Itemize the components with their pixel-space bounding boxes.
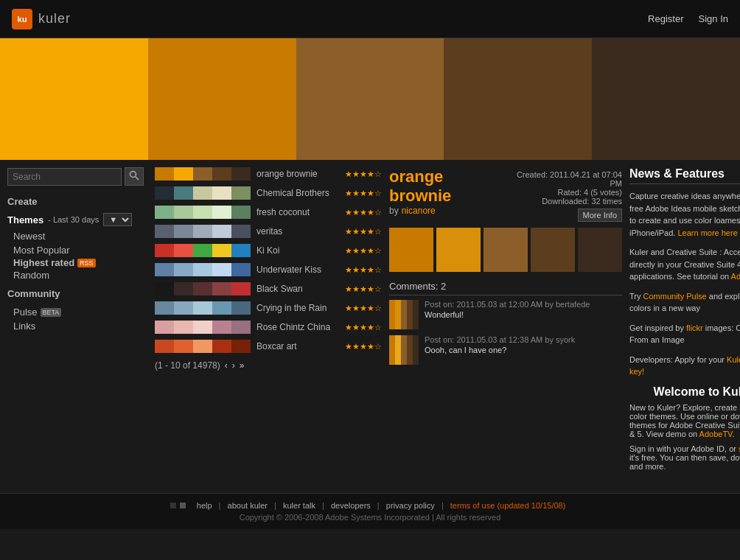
news-link[interactable]: Community Pulse — [643, 292, 707, 301]
sidebar-item-create[interactable]: Create — [7, 195, 147, 209]
sign-in-link[interactable]: Sign In — [699, 13, 728, 24]
sidebar-pulse-row: Pulse BETA — [7, 305, 147, 319]
sidebar-item-newest[interactable]: Newest — [7, 229, 147, 243]
search-input[interactable] — [7, 168, 122, 186]
sidebar-item-pulse[interactable]: Pulse — [7, 305, 38, 319]
theme-list-item[interactable]: Ki Koi★★★★☆ — [155, 244, 382, 257]
theme-list-item[interactable]: orange brownie★★★★☆ — [155, 167, 382, 181]
theme-list-item[interactable]: Rose Chintz China★★★★☆ — [155, 321, 382, 334]
sidebar-item-most-popular[interactable]: Most Popular — [7, 243, 147, 257]
swatch — [193, 282, 212, 295]
news-link[interactable]: Adobe TV — [731, 272, 740, 281]
theme-list-item[interactable]: Black Swan★★★★☆ — [155, 282, 382, 295]
swatch — [174, 340, 193, 353]
register-link[interactable]: Register — [648, 13, 683, 24]
pagination-text: (1 - 10 of 14978) — [155, 360, 220, 371]
sidebar: Create Themes - Last 30 days ▼ Newest Mo… — [7, 167, 147, 471]
swatch — [231, 186, 251, 200]
theme-name: Crying in the Rain — [256, 303, 345, 313]
sidebar-item-highest-rated[interactable]: Highest rated — [13, 257, 74, 268]
theme-swatches — [155, 186, 251, 200]
theme-stars: ★★★★☆ — [345, 342, 382, 351]
sidebar-item-random[interactable]: Random — [7, 268, 147, 282]
svg-line-1 — [136, 177, 139, 181]
swatch — [212, 263, 231, 276]
news-item: Get inspired by flickr images: Create > … — [629, 322, 740, 346]
pagination-next[interactable]: › — [232, 360, 235, 371]
search-button[interactable] — [125, 167, 144, 186]
swatch — [155, 263, 174, 276]
detail-meta: Created: 2011.04.21 at 07:04 PM Rated: 4… — [506, 170, 622, 206]
comment-meta: Post on: 2011.05.03 at 12:00 AM by berta… — [425, 300, 590, 309]
comment-swatch-item — [389, 335, 395, 365]
theme-swatches — [155, 321, 251, 334]
themes-period-dropdown[interactable]: ▼ — [103, 213, 132, 226]
themes-label: Themes — [7, 214, 43, 225]
theme-list-item[interactable]: Underwater Kiss★★★★☆ — [155, 263, 382, 276]
detail-author: by nicanore — [389, 206, 506, 216]
theme-name: Ki Koi — [256, 245, 345, 256]
theme-name: Rose Chintz China — [256, 322, 345, 332]
sidebar-item-community[interactable]: Community — [7, 287, 147, 301]
more-info-button[interactable]: More Info — [578, 209, 622, 222]
swatch — [155, 206, 174, 219]
welcome-link[interactable]: AdobeTV — [699, 430, 733, 438]
hero-swatch — [0, 38, 148, 160]
swatch — [212, 340, 231, 353]
footer-talk-link[interactable]: kuler talk — [283, 501, 315, 510]
footer-help-link[interactable]: help — [197, 501, 212, 510]
swatch — [212, 301, 231, 315]
swatch — [193, 206, 212, 219]
news-link[interactable]: Learn more here — [677, 228, 737, 237]
theme-list-item[interactable]: fresh coconut★★★★☆ — [155, 206, 382, 219]
swatch — [193, 225, 212, 238]
detail-pane: orange brownie by nicanore Created: 2011… — [389, 167, 622, 471]
theme-list: orange brownie★★★★☆Chemical Brothers★★★★… — [155, 167, 382, 471]
pagination-last[interactable]: » — [240, 360, 245, 371]
footer-privacy-link[interactable]: privacy policy — [386, 501, 435, 510]
theme-name: Black Swan — [256, 284, 345, 294]
comment-swatch-item — [407, 300, 413, 329]
comment-swatches — [389, 335, 419, 365]
theme-list-item[interactable]: Crying in the Rain★★★★☆ — [155, 301, 382, 315]
beta-badge: BETA — [41, 308, 62, 317]
highest-rated-row: Highest rated RSS — [7, 257, 147, 268]
swatch — [155, 321, 174, 334]
news-link[interactable]: flickr — [686, 323, 703, 332]
header-nav: Register Sign In — [648, 13, 728, 24]
swatch — [193, 321, 212, 334]
pagination-prev[interactable]: ‹ — [225, 360, 228, 371]
comment-text: Post on: 2011.05.03 at 12:00 AM by berta… — [425, 300, 590, 329]
detail-swatch — [436, 228, 481, 272]
swatch — [212, 167, 231, 181]
theme-list-item[interactable]: Chemical Brothers★★★★☆ — [155, 186, 382, 200]
swatch — [231, 225, 251, 238]
theme-swatches — [155, 244, 251, 257]
swatch — [231, 206, 251, 219]
app-name: kuler — [38, 11, 71, 27]
swatch — [155, 340, 174, 353]
theme-list-item[interactable]: Boxcar art★★★★☆ — [155, 340, 382, 353]
footer-tos-link[interactable]: terms of use (updated 10/15/08) — [450, 501, 566, 510]
swatch — [193, 186, 212, 200]
detail-title: orange brownie — [389, 167, 506, 206]
news-item: Try Community Pulse and explore Kuler co… — [629, 290, 740, 315]
news-link[interactable]: Kuler API key! — [629, 355, 740, 377]
swatch — [174, 167, 193, 181]
swatch — [193, 167, 212, 181]
header-left: ku kuler — [12, 9, 71, 29]
theme-swatches — [155, 206, 251, 219]
pagination: (1 - 10 of 14978) ‹ › » — [155, 360, 382, 371]
footer-developers-link[interactable]: developers — [331, 501, 371, 510]
detail-author-link[interactable]: nicanore — [402, 206, 436, 216]
theme-list-item[interactable]: veritas★★★★☆ — [155, 225, 382, 238]
footer-about-link[interactable]: about kuler — [228, 501, 268, 510]
news-items: Capture creative ideas anywhere! Use fre… — [629, 190, 740, 378]
theme-stars: ★★★★☆ — [345, 208, 382, 217]
swatch — [231, 263, 251, 276]
news-pane: News & Features Capture creative ideas a… — [629, 167, 740, 471]
comment-swatch-item — [401, 300, 407, 329]
comment-swatch-item — [395, 335, 401, 365]
sidebar-item-links[interactable]: Links — [7, 319, 147, 333]
detail-swatch — [531, 228, 575, 272]
